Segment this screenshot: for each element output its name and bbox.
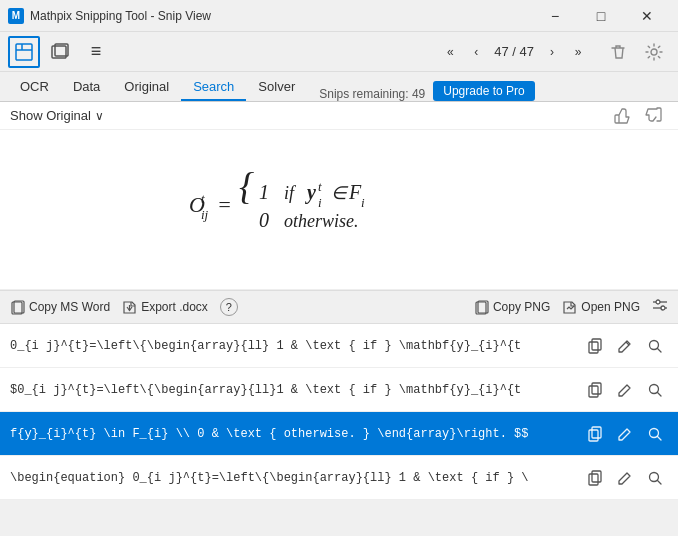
edit-icon	[617, 382, 633, 398]
copy-png-label: Copy PNG	[493, 300, 550, 314]
snippet-row-active[interactable]: f{y}_{i}^{t} \in F_{i} \\ 0 & \text { ot…	[0, 412, 678, 456]
svg-text:t: t	[201, 191, 205, 206]
nav-last-button[interactable]: »	[566, 40, 590, 64]
delete-button[interactable]	[602, 36, 634, 68]
snippet-edit-button[interactable]	[612, 421, 638, 447]
svg-text:i: i	[318, 195, 322, 210]
toolbar: ≡ « ‹ 47 / 47 › »	[0, 32, 678, 72]
snippet-search-button[interactable]	[642, 421, 668, 447]
math-display: O ij t = { 1 if y i t ∈ F i 0 otherwise.	[0, 130, 678, 290]
snippet-copy-button[interactable]	[582, 421, 608, 447]
open-png-icon	[562, 300, 577, 315]
snippet-search-button[interactable]	[642, 465, 668, 491]
toolbar-right	[602, 36, 670, 68]
search-icon	[647, 338, 663, 354]
action-settings-button[interactable]	[652, 297, 668, 317]
edit-icon	[617, 426, 633, 442]
show-original-label-text: Show Original	[10, 108, 91, 123]
snippet-row[interactable]: 0_{i j}^{t}=\left\{\begin{array}{ll} 1 &…	[0, 324, 678, 368]
menu-button[interactable]: ≡	[80, 36, 112, 68]
thumbdown-icon	[645, 107, 663, 125]
tab-original[interactable]: Original	[112, 73, 181, 101]
copy-word-label: Copy MS Word	[29, 300, 110, 314]
snippet-edit-button[interactable]	[612, 465, 638, 491]
snippet-actions	[582, 333, 668, 359]
copy-word-icon	[10, 300, 25, 315]
action-bar-right: Copy PNG Open PNG	[474, 297, 668, 317]
edit-icon	[617, 470, 633, 486]
copy-png-button[interactable]: Copy PNG	[474, 300, 550, 315]
export-docx-button[interactable]: Export .docx	[122, 300, 208, 315]
thumbdown-button[interactable]	[640, 104, 668, 128]
svg-text:1: 1	[259, 181, 269, 203]
svg-rect-43	[592, 471, 601, 482]
svg-rect-42	[589, 474, 598, 485]
snippet-edit-button[interactable]	[612, 377, 638, 403]
nav-controls: « ‹ 47 / 47 › »	[438, 40, 590, 64]
svg-rect-31	[592, 339, 601, 350]
nav-next-button[interactable]: ›	[540, 40, 564, 64]
snippet-row[interactable]: $0_{i j}^{t}=\left\{\begin{array}{ll}1 &…	[0, 368, 678, 412]
snippet-text: 0_{i j}^{t}=\left\{\begin{array}{ll} 1 &…	[10, 339, 582, 353]
svg-text:0: 0	[259, 209, 269, 231]
action-bar: Copy MS Word Export .docx ? Copy PNG	[0, 290, 678, 324]
open-png-label: Open PNG	[581, 300, 640, 314]
snippet-actions	[582, 377, 668, 403]
snippet-row[interactable]: \begin{equation} 0_{i j}^{t}=\left\{\beg…	[0, 456, 678, 500]
formula-svg: O ij t = { 1 if y i t ∈ F i 0 otherwise.	[179, 157, 499, 257]
delete-icon	[609, 43, 627, 61]
svg-line-33	[658, 348, 662, 352]
snippet-search-button[interactable]	[642, 333, 668, 359]
minimize-button[interactable]: −	[532, 0, 578, 32]
snippet-list: 0_{i j}^{t}=\left\{\begin{array}{ll} 1 &…	[0, 324, 678, 500]
snippet-copy-button[interactable]	[582, 333, 608, 359]
svg-point-28	[656, 300, 660, 304]
snippet-search-button[interactable]	[642, 377, 668, 403]
nav-count: 47 / 47	[490, 44, 538, 59]
svg-text:F: F	[348, 181, 362, 203]
window-controls: − □ ✕	[532, 0, 670, 32]
feedback-icons	[608, 104, 668, 128]
copy-icon	[587, 338, 603, 354]
search-icon	[647, 382, 663, 398]
edit-icon	[617, 338, 633, 354]
help-button[interactable]: ?	[220, 298, 238, 316]
show-original-bar: Show Original ∨	[0, 102, 678, 130]
snip-button[interactable]	[8, 36, 40, 68]
copy-icon	[587, 382, 603, 398]
nav-first-button[interactable]: «	[438, 40, 462, 64]
snippet-actions	[582, 421, 668, 447]
svg-rect-0	[16, 44, 32, 60]
snippet-copy-button[interactable]	[582, 377, 608, 403]
menu-icon: ≡	[91, 41, 102, 62]
svg-text:otherwise.: otherwise.	[284, 211, 359, 231]
nav-prev-button[interactable]: ‹	[464, 40, 488, 64]
open-png-button[interactable]: Open PNG	[562, 300, 640, 315]
snip2-button[interactable]	[44, 36, 76, 68]
thumbup-button[interactable]	[608, 104, 636, 128]
window-title: Mathpix Snipping Tool - Snip View	[30, 9, 532, 23]
tab-search[interactable]: Search	[181, 73, 246, 101]
snippet-copy-button[interactable]	[582, 465, 608, 491]
show-original-toggle[interactable]: Show Original ∨	[10, 108, 104, 123]
svg-text:∈: ∈	[331, 183, 349, 203]
export-docx-label: Export .docx	[141, 300, 208, 314]
snips-remaining: Snips remaining: 49	[319, 87, 425, 101]
upgrade-button[interactable]: Upgrade to Pro	[433, 81, 534, 101]
maximize-button[interactable]: □	[578, 0, 624, 32]
svg-text:y: y	[305, 181, 316, 204]
snippet-text: $0_{i j}^{t}=\left\{\begin{array}{ll}1 &…	[10, 383, 582, 397]
snippet-edit-button[interactable]	[612, 333, 638, 359]
svg-point-29	[661, 306, 665, 310]
svg-rect-30	[589, 342, 598, 353]
svg-text:t: t	[318, 179, 322, 194]
tab-ocr[interactable]: OCR	[8, 73, 61, 101]
tab-solver[interactable]: Solver	[246, 73, 307, 101]
close-button[interactable]: ✕	[624, 0, 670, 32]
settings-icon	[645, 43, 663, 61]
svg-line-41	[658, 436, 662, 440]
settings-button[interactable]	[638, 36, 670, 68]
tab-data[interactable]: Data	[61, 73, 112, 101]
copy-word-button[interactable]: Copy MS Word	[10, 300, 110, 315]
svg-rect-38	[589, 430, 598, 441]
